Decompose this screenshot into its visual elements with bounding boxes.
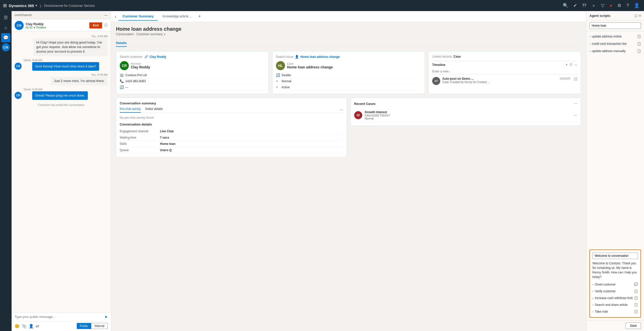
customer-row: CR Sure Kenny! How much time does it tak… — [15, 62, 108, 71]
user-icon[interactable]: 👤 — [634, 3, 639, 8]
conv-detail-row-queue: Queue Users Q — [120, 147, 343, 153]
case-more-icon[interactable]: ··· — [574, 113, 577, 117]
welcome-text: Welcome to Contoso. Thank you for contac… — [592, 261, 638, 279]
search-icon[interactable]: 🔍 — [563, 3, 568, 8]
message-row: David, 9:46 AM CR Sure Kenny! How much t… — [15, 59, 108, 71]
question-icon[interactable]: ⁇ — [582, 3, 586, 8]
left-sidebar: ☰ ⌂ 💬 CR — [0, 11, 12, 331]
scripts-dropdown[interactable]: Home loan — [589, 22, 641, 29]
person-icon[interactable]: 👤 — [29, 324, 34, 328]
info-icon[interactable]: ⓘ — [104, 23, 108, 28]
summary-tab-more[interactable]: ··· — [340, 108, 343, 112]
issue-location-row: 🔄 Seattle — [276, 72, 421, 78]
welcome-conversation-box: Welcome to conversation Welcome to Conto… — [589, 250, 641, 318]
script-item-credit-card[interactable]: › credit card transaction fee 📋 — [586, 40, 644, 47]
emoji-icon[interactable]: 😊 — [15, 324, 20, 328]
script-action-icon[interactable]: 📋 — [637, 42, 641, 46]
details-tab[interactable]: Details — [116, 39, 127, 47]
scripts-expand-icon[interactable]: ⬡ — [634, 14, 637, 18]
welcome-scripts-list: › Greet customer 💬 › Verify customer 📋 › — [592, 281, 638, 315]
chat-toolbar: 😊 📎 👤 ⇄ Public Internal — [15, 321, 108, 329]
main-content: ‹ Customer Summary Knowledge article ...… — [111, 11, 586, 331]
recent-cases-section: Recent Cases ··· GI Growth Interest CAS-… — [350, 98, 581, 157]
script-action-icon[interactable]: 📋 — [637, 49, 641, 53]
status-icon[interactable]: ● — [610, 3, 612, 8]
linked-records-card: Linked records Case Timeline + ▽ ··· — [428, 51, 581, 94]
minimize-icon[interactable]: — — [104, 13, 108, 17]
ws-action-icon[interactable]: 📋 — [634, 303, 638, 307]
welcome-script-greet[interactable]: › Greet customer 💬 — [592, 281, 638, 287]
script-item-update-address-online[interactable]: › update address online 📋 — [586, 33, 644, 40]
ws-action-icon[interactable]: 📋 — [634, 310, 638, 313]
internal-mode-button[interactable]: Internal — [91, 323, 108, 329]
filter-icon[interactable]: ▽ — [601, 3, 605, 8]
issue-location: Seattle — [281, 73, 291, 77]
agent-message: Hi Clay! Hope your are doing good today.… — [33, 38, 108, 56]
sidebar-home-icon[interactable]: ⌂ — [1, 23, 10, 32]
script-item-update-address-manually[interactable]: › update address manually 📋 — [586, 47, 644, 55]
transfer-icon[interactable]: ⇄ — [36, 324, 39, 328]
welcome-script-cash[interactable]: › Increase cash withdraw limit 📋 — [592, 295, 638, 301]
save-button[interactable]: Save — [626, 322, 641, 329]
contact-meta: 02:32 ● Positive — [26, 26, 46, 29]
status-icon: ≡ — [276, 85, 280, 89]
tab-customer-summary[interactable]: Customer Summary — [118, 12, 158, 21]
contact-avatar: CR — [15, 21, 24, 30]
check-icon[interactable]: ✔ — [573, 3, 577, 8]
sidebar-chat-icon[interactable]: 💬 — [1, 33, 10, 42]
timeline-filter-icon[interactable]: ▽ — [570, 63, 572, 67]
entry-expand-icon[interactable]: ⬜ — [573, 77, 577, 81]
issue-card: Search issue 👤 Home loan address change … — [272, 51, 425, 94]
ws-action-icon[interactable]: 💬 — [634, 282, 638, 286]
public-mode-button[interactable]: Public — [77, 323, 91, 329]
timeline-note-input[interactable] — [432, 69, 577, 74]
issue-link[interactable]: Home loan address change — [300, 55, 340, 59]
tab-knowledge-article[interactable]: Knowledge article ... — [159, 12, 196, 21]
ws-action-icon[interactable]: 📋 — [634, 289, 638, 293]
chat-input[interactable] — [15, 315, 102, 319]
grid-icon[interactable]: ⊞ — [3, 3, 7, 8]
case-info: Growth Interest CAS-01002-T3G5V7 Normal — [365, 110, 390, 120]
sidebar-menu-icon[interactable]: ☰ — [1, 13, 10, 22]
page-subtitle: Conversation · Customer summary ∨ — [116, 32, 581, 36]
chat-input-row: ➤ — [15, 314, 108, 319]
welcome-dropdown[interactable]: Welcome to conversation — [592, 253, 638, 259]
ws-label: Greet customer — [595, 283, 616, 286]
ws-arrow-icon: › — [592, 290, 593, 293]
customer-message: Great! Please ping me once done. — [32, 91, 88, 100]
timeline-more-icon[interactable]: ··· — [574, 63, 577, 67]
timeline-title: Timeline — [432, 63, 446, 67]
customer-extra-row: 🔄 --- — [120, 84, 265, 90]
priority-icon: ≡ — [276, 79, 280, 83]
tab-add-icon[interactable]: + — [198, 14, 201, 19]
welcome-script-note[interactable]: › Take note 📋 — [592, 308, 638, 315]
ws-label: Search and share article — [595, 303, 628, 307]
bottom-row: Conversation summary Pre-chat survey Vis… — [116, 98, 581, 157]
case-avatar: GI — [354, 111, 362, 119]
script-action-icon[interactable]: 📋 — [637, 34, 641, 38]
customer-link[interactable]: Clay Roddy — [150, 55, 166, 59]
summary-tab-visitor[interactable]: Visitor details — [145, 107, 163, 113]
conv-details-title: Conversation details — [120, 122, 343, 126]
scripts-header-icons: ⬡ ≡ — [634, 14, 641, 18]
agent-message: Just 2 more mins. I'm almost there. — [51, 77, 108, 85]
welcome-script-article[interactable]: › Search and share article 📋 — [592, 302, 638, 308]
message-row: You, 9:48 AM Hi Clay! Hope your are doin… — [15, 35, 108, 56]
ws-action-icon[interactable]: 📋 — [634, 296, 638, 300]
add-icon[interactable]: ＋ — [591, 3, 596, 9]
attach-icon[interactable]: 📎 — [22, 324, 27, 328]
sidebar-cr-avatar[interactable]: CR — [2, 43, 10, 51]
settings-icon[interactable]: ⚙ — [617, 3, 621, 8]
chat-header: omnichannel — — [12, 11, 111, 19]
script-arrow-icon: › — [589, 50, 590, 53]
end-button[interactable]: End — [89, 22, 102, 28]
welcome-script-verify[interactable]: › Verify customer 📋 — [592, 288, 638, 294]
recent-cases-more[interactable]: ··· — [574, 101, 577, 106]
scripts-list-icon[interactable]: ≡ — [639, 14, 641, 18]
help-icon[interactable]: ? — [626, 3, 629, 8]
timeline-add-icon[interactable]: + — [566, 63, 568, 67]
script-label: credit card transaction fee — [592, 42, 627, 46]
send-icon[interactable]: ➤ — [104, 314, 108, 319]
summary-tab-prechat[interactable]: Pre-chat survey — [120, 107, 141, 113]
tab-back-button[interactable]: ‹ — [114, 13, 117, 20]
